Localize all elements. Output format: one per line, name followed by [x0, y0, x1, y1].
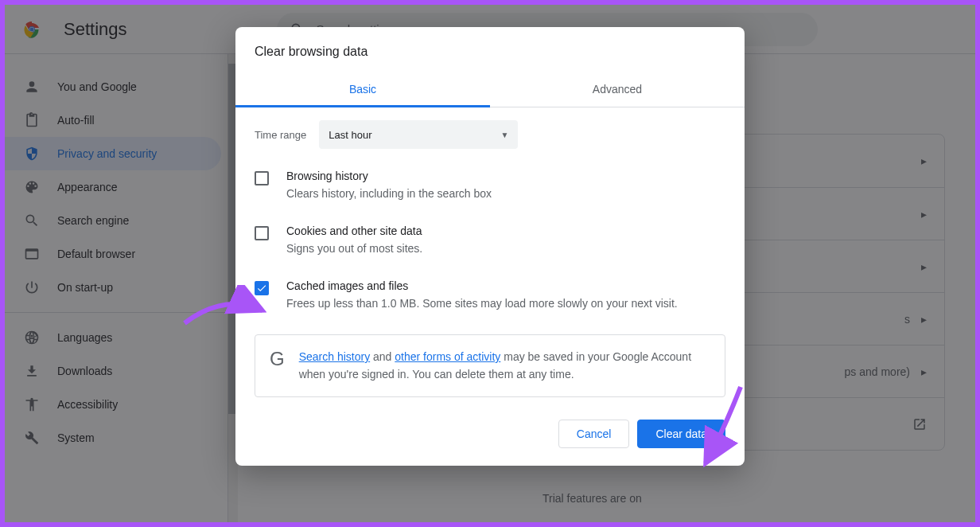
option-title: Browsing history [286, 170, 492, 182]
checkbox-browsing-history[interactable] [255, 171, 269, 185]
google-g-icon: G [270, 349, 285, 369]
option-cached-images: Cached images and files Frees up less th… [255, 279, 725, 312]
info-text: Search history and other forms of activi… [299, 348, 710, 384]
option-desc: Frees up less than 1.0 MB. Some sites ma… [286, 295, 678, 312]
time-range-row: Time range Last hour ▼ [255, 120, 725, 149]
dialog-tabs: Basic Advanced [235, 73, 745, 107]
cancel-button[interactable]: Cancel [558, 420, 630, 448]
info-box: G Search history and other forms of acti… [255, 334, 725, 397]
link-other-activity[interactable]: other forms of activity [395, 350, 500, 363]
checkbox-cached-images[interactable] [255, 281, 269, 295]
option-title: Cached images and files [286, 279, 678, 292]
checkmark-icon [256, 283, 267, 294]
time-range-label: Time range [255, 129, 306, 141]
option-cookies: Cookies and other site data Signs you ou… [255, 224, 725, 257]
option-title: Cookies and other site data [286, 224, 422, 237]
clear-browsing-data-dialog: Clear browsing data Basic Advanced Time … [235, 27, 745, 466]
modal-overlay: Clear browsing data Basic Advanced Time … [5, 5, 975, 522]
clear-data-button[interactable]: Clear data [637, 420, 725, 448]
option-browsing-history: Browsing history Clears history, includi… [255, 170, 725, 202]
tab-basic[interactable]: Basic [235, 73, 490, 107]
option-desc: Clears history, including in the search … [286, 185, 492, 202]
time-range-value: Last hour [329, 129, 371, 141]
time-range-select[interactable]: Last hour ▼ [319, 120, 518, 149]
checkbox-cookies[interactable] [255, 226, 269, 240]
option-desc: Signs you out of most sites. [286, 240, 422, 257]
app-frame: Settings Search settings You and Google … [5, 5, 975, 522]
dialog-title: Clear browsing data [235, 27, 745, 73]
tab-advanced[interactable]: Advanced [490, 73, 745, 107]
dialog-footer: Cancel Clear data [235, 405, 745, 466]
chevron-down-icon: ▼ [500, 131, 508, 139]
dialog-body: Time range Last hour ▼ Browsing history … [235, 107, 745, 405]
link-search-history[interactable]: Search history [299, 350, 370, 363]
